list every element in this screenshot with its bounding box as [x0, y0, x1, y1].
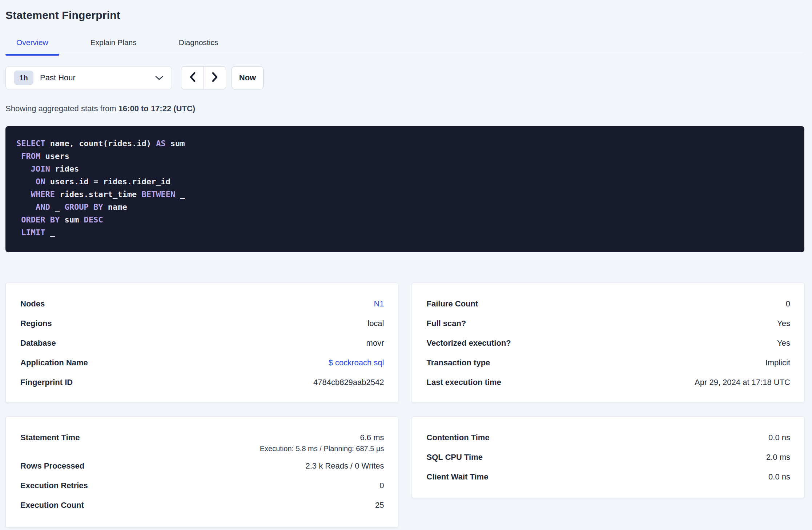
chevron-left-icon: [188, 71, 197, 84]
statement-time-breakdown: Execution: 5.8 ms / Planning: 687.5 µs: [260, 443, 384, 454]
row-value: 0: [786, 298, 790, 309]
row-label: Failure Count: [427, 298, 478, 309]
detail-row: Application Name $ cockroach sql: [20, 357, 384, 368]
next-interval-button[interactable]: [204, 67, 226, 89]
row-label: Application Name: [20, 357, 88, 368]
sql-statement-box: SELECT name, count(rides.id) AS sum FROM…: [5, 126, 804, 252]
wait-times-card: Contention Time 0.0 ns SQL CPU Time 2.0 …: [412, 417, 805, 498]
row-label: Regions: [20, 318, 52, 329]
time-step-buttons: [181, 66, 226, 89]
details-cards-row: Nodes N1 Regions local Database movr App…: [5, 283, 804, 403]
row-value: local: [367, 318, 384, 329]
statement-times-card: Statement Time 6.6 ms Execution: 5.8 ms …: [5, 417, 398, 527]
row-value: Implicit: [765, 357, 790, 368]
row-label: Rows Processed: [20, 461, 84, 471]
application-name-link[interactable]: $ cockroach sql: [329, 358, 384, 367]
tab-diagnostics[interactable]: Diagnostics: [168, 38, 229, 55]
row-label: Full scan?: [427, 318, 466, 329]
aggregated-stats-caption: Showing aggregated stats from 16:00 to 1…: [5, 104, 804, 113]
detail-row: Database movr: [20, 338, 384, 349]
row-value: Apr 29, 2024 at 17:18 UTC: [695, 377, 790, 388]
statement-time-value: 6.6 ms: [360, 433, 384, 442]
aggregated-stats-range: 16:00 to 17:22 (UTC): [118, 104, 196, 113]
detail-row: Statement Time 6.6 ms Execution: 5.8 ms …: [20, 432, 384, 454]
row-label: Nodes: [20, 298, 45, 309]
detail-row: Last execution time Apr 29, 2024 at 17:1…: [427, 377, 791, 388]
detail-row: Fingerprint ID 4784cb829aab2542: [20, 377, 384, 388]
row-label: Vectorized execution?: [427, 338, 511, 349]
row-value: 0.0 ns: [768, 471, 790, 482]
row-label: Last execution time: [427, 377, 501, 388]
tab-explain-plans[interactable]: Explain Plans: [80, 38, 148, 55]
row-value: 0.0 ns: [768, 432, 790, 443]
timing-cards-row: Statement Time 6.6 ms Execution: 5.8 ms …: [5, 417, 804, 527]
row-label: Execution Count: [20, 500, 84, 511]
row-label: SQL CPU Time: [427, 452, 483, 463]
sql-statement: SELECT name, count(rides.id) AS sum FROM…: [16, 137, 793, 239]
statement-details-card: Nodes N1 Regions local Database movr App…: [5, 283, 398, 403]
row-label: Execution Retries: [20, 480, 88, 491]
previous-interval-button[interactable]: [181, 67, 204, 89]
chevron-down-icon: [155, 75, 164, 81]
row-label: Client Wait Time: [427, 471, 489, 482]
chevron-right-icon: [210, 71, 219, 84]
row-label: Statement Time: [20, 432, 80, 443]
row-label: Contention Time: [427, 432, 490, 443]
now-button[interactable]: Now: [232, 66, 264, 89]
row-value: 4784cb829aab2542: [313, 377, 384, 388]
row-value: 2.0 ms: [766, 452, 790, 463]
detail-row: SQL CPU Time 2.0 ms: [427, 452, 791, 463]
row-value: movr: [366, 338, 384, 349]
row-value: Yes: [777, 318, 790, 329]
detail-row: Contention Time 0.0 ns: [427, 432, 791, 443]
time-range-badge: 1h: [14, 71, 33, 85]
detail-row: Rows Processed 2.3 k Reads / 0 Writes: [20, 461, 384, 471]
detail-row: Client Wait Time 0.0 ns: [427, 471, 791, 482]
detail-row: Full scan? Yes: [427, 318, 791, 329]
detail-row: Execution Count 25: [20, 500, 384, 511]
page-title: Statement Fingerprint: [5, 9, 804, 22]
detail-row: Nodes N1: [20, 298, 384, 309]
row-label: Fingerprint ID: [20, 377, 73, 388]
detail-row: Vectorized execution? Yes: [427, 338, 791, 349]
aggregated-stats-prefix: Showing aggregated stats from: [5, 104, 118, 113]
detail-row: Failure Count 0: [427, 298, 791, 309]
row-value: 25: [375, 500, 384, 511]
tab-bar: Overview Explain Plans Diagnostics: [5, 38, 804, 55]
node-link[interactable]: N1: [374, 299, 384, 308]
detail-row: Transaction type Implicit: [427, 357, 791, 368]
row-label: Transaction type: [427, 357, 490, 368]
row-value: Yes: [777, 338, 790, 349]
time-range-label: Past Hour: [40, 73, 76, 83]
detail-row: Regions local: [20, 318, 384, 329]
detail-row: Execution Retries 0: [20, 480, 384, 491]
row-value: 0: [379, 480, 384, 491]
row-label: Database: [20, 338, 56, 349]
row-value: 6.6 ms Execution: 5.8 ms / Planning: 687…: [260, 432, 384, 454]
statement-fingerprint-page: Statement Fingerprint Overview Explain P…: [0, 9, 812, 527]
row-value: 2.3 k Reads / 0 Writes: [305, 461, 384, 471]
time-range-dropdown[interactable]: 1h Past Hour: [5, 66, 172, 89]
execution-attributes-card: Failure Count 0 Full scan? Yes Vectorize…: [412, 283, 805, 403]
time-controls: 1h Past Hour Now: [5, 66, 804, 89]
tab-overview[interactable]: Overview: [5, 38, 59, 55]
